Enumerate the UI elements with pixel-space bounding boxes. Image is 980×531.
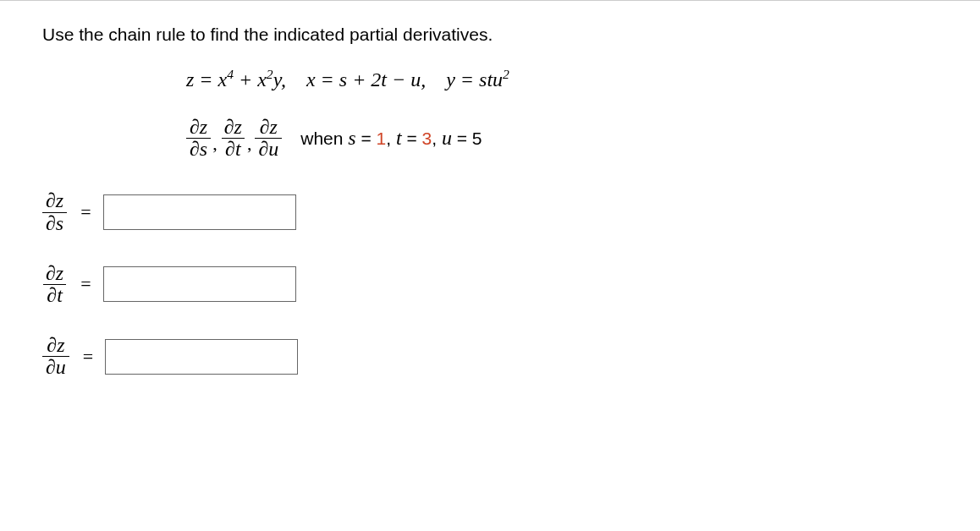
t-value: 3 (422, 129, 432, 148)
den: ∂s (186, 138, 211, 160)
when-clause: when s = 1, t = 3, u = 5 (300, 127, 482, 150)
eq1: = (356, 129, 377, 148)
u-var: u (442, 127, 452, 149)
spacer (286, 68, 301, 90)
when-word: when (300, 129, 348, 148)
den: ∂u (42, 356, 69, 378)
comma: , (211, 133, 221, 155)
problem-prompt: Use the chain rule to find the indicated… (42, 25, 980, 45)
equals-sign: = (80, 273, 91, 295)
num: ∂z (256, 117, 281, 138)
answer-row-dt: ∂z ∂t = (42, 263, 980, 306)
y-def-pre: y = stu (441, 68, 503, 90)
y-term: y, (273, 68, 286, 90)
num: ∂z (42, 190, 67, 211)
equals-sign: = (83, 346, 93, 368)
label-frac-dz-dt: ∂z ∂t (42, 263, 67, 306)
answer-row-ds: ∂z ∂s = (42, 190, 980, 233)
exp-4: 4 (227, 67, 234, 81)
s-value: 1 (377, 129, 387, 148)
derivative-list-line: ∂z ∂s , ∂z ∂t , ∂z ∂u when s = 1, t = 3,… (186, 117, 980, 160)
den: ∂s (42, 212, 67, 234)
den: ∂t (222, 138, 245, 160)
answer-input-du[interactable] (105, 339, 298, 375)
answer-input-ds[interactable] (103, 194, 296, 230)
exp-2: 2 (267, 67, 273, 81)
equation-definitions: z = x4 + x2y, x = s + 2t − u, y = stu2 (186, 68, 980, 91)
z-def-part1: z = x (186, 68, 227, 90)
num: ∂z (221, 117, 245, 138)
equals-sign: = (80, 201, 91, 223)
y-def-exp: 2 (503, 67, 509, 81)
num: ∂z (42, 263, 67, 284)
num: ∂z (43, 335, 68, 356)
comma: , (245, 133, 256, 155)
frac-dz-ds: ∂z ∂s (186, 117, 211, 160)
den: ∂u (255, 138, 282, 160)
eq3: = (452, 129, 472, 148)
answer-section: ∂z ∂s = ∂z ∂t = ∂z ∂u = (42, 190, 980, 378)
eq2: = (402, 129, 422, 148)
label-frac-dz-du: ∂z ∂u (42, 335, 69, 378)
plus-x: + x (234, 68, 267, 90)
den: ∂t (43, 284, 66, 306)
sep1: , (386, 129, 396, 148)
frac-dz-dt: ∂z ∂t (221, 117, 245, 160)
label-frac-dz-ds: ∂z ∂s (42, 190, 67, 233)
u-value: 5 (472, 129, 482, 148)
num: ∂z (186, 117, 211, 138)
x-def: x = s + 2t − u, (301, 68, 426, 90)
spacer2 (426, 68, 441, 90)
t-var: t (396, 127, 402, 149)
sep2: , (432, 129, 442, 148)
answer-row-du: ∂z ∂u = (42, 335, 980, 378)
answer-input-dt[interactable] (103, 266, 296, 302)
frac-dz-du: ∂z ∂u (255, 117, 282, 160)
s-var: s (348, 127, 355, 149)
